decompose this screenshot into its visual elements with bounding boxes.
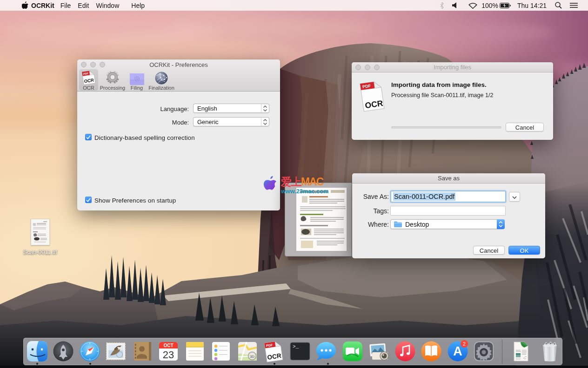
svg-text:2: 2: [463, 341, 466, 347]
svg-text:23: 23: [163, 349, 174, 361]
svg-text:A: A: [453, 344, 462, 358]
svg-text:3D: 3D: [250, 355, 254, 359]
svg-text:>_: >_: [293, 344, 299, 349]
svg-text:OCT: OCT: [163, 343, 173, 348]
